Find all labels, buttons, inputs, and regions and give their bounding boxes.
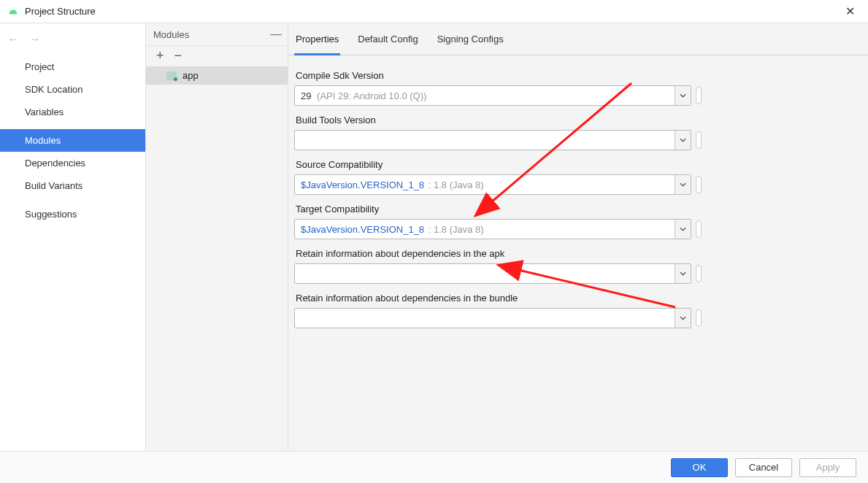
- target-compat-label: Target Compatibility: [296, 204, 862, 215]
- chevron-down-icon[interactable]: [675, 220, 691, 239]
- sidebar-item-sdk-location[interactable]: SDK Location: [0, 78, 145, 101]
- sidebar-item-label: SDK Location: [25, 84, 83, 95]
- tab-default-config[interactable]: Default Config: [356, 34, 419, 55]
- modules-panel: Modules — + − app: [146, 23, 288, 451]
- module-name: app: [183, 70, 199, 81]
- chevron-down-icon[interactable]: [675, 131, 691, 150]
- tabs: Properties Default Config Signing Config…: [288, 23, 868, 55]
- compile-sdk-value: 29: [301, 90, 311, 101]
- dialog-footer: OK Cancel Apply: [0, 451, 868, 483]
- compile-sdk-combo[interactable]: 29 (API 29: Android 10.0 (Q)): [294, 85, 691, 106]
- collapse-icon[interactable]: —: [270, 28, 282, 41]
- modules-toolbar: + −: [146, 46, 288, 66]
- properties-form: Compile Sdk Version 29 (API 29: Android …: [288, 55, 868, 334]
- retain-bundle-label: Retain information about dependencies in…: [296, 293, 862, 304]
- module-row-app[interactable]: app: [146, 66, 288, 85]
- tab-label: Default Config: [358, 34, 418, 45]
- field-handle[interactable]: [696, 176, 702, 193]
- sidebar: ← → Project SDK Location Variables Modul…: [0, 23, 146, 451]
- content-area: ← → Project SDK Location Variables Modul…: [0, 23, 868, 451]
- chevron-down-icon[interactable]: [675, 264, 691, 283]
- nav-forward-button[interactable]: →: [29, 34, 41, 45]
- modules-header: Modules —: [146, 23, 288, 46]
- titlebar: Project Structure ✕: [0, 0, 868, 23]
- sidebar-list: Project SDK Location Variables Modules D…: [0, 53, 145, 225]
- source-compat-combo[interactable]: $JavaVersion.VERSION_1_8 : 1.8 (Java 8): [294, 174, 691, 195]
- add-module-button[interactable]: +: [156, 49, 164, 62]
- field-handle[interactable]: [696, 87, 702, 104]
- chevron-down-icon[interactable]: [675, 175, 691, 194]
- source-compat-label: Source Compatibility: [296, 159, 862, 170]
- ok-button[interactable]: OK: [671, 458, 728, 477]
- field-handle[interactable]: [696, 265, 702, 282]
- chevron-down-icon[interactable]: [675, 309, 691, 328]
- sidebar-item-label: Modules: [25, 135, 61, 146]
- close-button[interactable]: ✕: [840, 1, 861, 21]
- retain-bundle-combo[interactable]: [294, 308, 691, 328]
- field-handle[interactable]: [696, 220, 702, 238]
- cancel-button[interactable]: Cancel: [735, 458, 792, 477]
- sidebar-item-modules[interactable]: Modules: [0, 129, 145, 152]
- target-compat-combo[interactable]: $JavaVersion.VERSION_1_8 : 1.8 (Java 8): [294, 219, 691, 239]
- retain-apk-label: Retain information about dependencies in…: [296, 248, 862, 259]
- build-tools-combo[interactable]: [294, 130, 691, 150]
- compile-sdk-hint: (API 29: Android 10.0 (Q)): [317, 90, 426, 101]
- main-pane: Properties Default Config Signing Config…: [288, 23, 868, 451]
- compile-sdk-label: Compile Sdk Version: [296, 70, 862, 81]
- sidebar-item-label: Build Variants: [25, 180, 82, 191]
- target-compat-hint: : 1.8 (Java 8): [429, 224, 484, 235]
- sidebar-item-label: Suggestions: [25, 209, 77, 220]
- retain-apk-combo[interactable]: [294, 263, 691, 284]
- button-label: OK: [693, 462, 707, 473]
- modules-header-label: Modules: [153, 29, 189, 40]
- field-handle[interactable]: [696, 131, 702, 149]
- source-compat-value: $JavaVersion.VERSION_1_8: [301, 179, 424, 190]
- target-compat-value: $JavaVersion.VERSION_1_8: [301, 224, 424, 235]
- nav-back-button[interactable]: ←: [7, 34, 19, 45]
- sidebar-item-label: Variables: [25, 107, 64, 117]
- apply-button[interactable]: Apply: [799, 458, 856, 477]
- chevron-down-icon[interactable]: [675, 86, 691, 105]
- source-compat-hint: : 1.8 (Java 8): [429, 179, 484, 190]
- tab-signing-configs[interactable]: Signing Configs: [436, 34, 505, 55]
- button-label: Apply: [816, 462, 840, 473]
- sidebar-item-suggestions[interactable]: Suggestions: [0, 203, 145, 225]
- button-label: Cancel: [749, 462, 778, 473]
- sidebar-item-variables[interactable]: Variables: [0, 101, 145, 123]
- sidebar-item-label: Project: [25, 61, 54, 72]
- field-handle[interactable]: [696, 309, 702, 327]
- window-title: Project Structure: [25, 6, 96, 17]
- sidebar-item-project[interactable]: Project: [0, 55, 145, 78]
- tab-properties[interactable]: Properties: [294, 34, 340, 55]
- build-tools-label: Build Tools Version: [296, 115, 862, 125]
- sidebar-item-build-variants[interactable]: Build Variants: [0, 174, 145, 197]
- sidebar-item-dependencies[interactable]: Dependencies: [0, 152, 145, 174]
- module-folder-icon: [166, 72, 177, 80]
- android-icon: [7, 6, 19, 18]
- nav-arrows: ← →: [0, 23, 145, 53]
- tab-label: Properties: [296, 34, 339, 45]
- sidebar-item-label: Dependencies: [25, 158, 85, 169]
- remove-module-button[interactable]: −: [174, 49, 183, 62]
- tab-label: Signing Configs: [437, 34, 504, 45]
